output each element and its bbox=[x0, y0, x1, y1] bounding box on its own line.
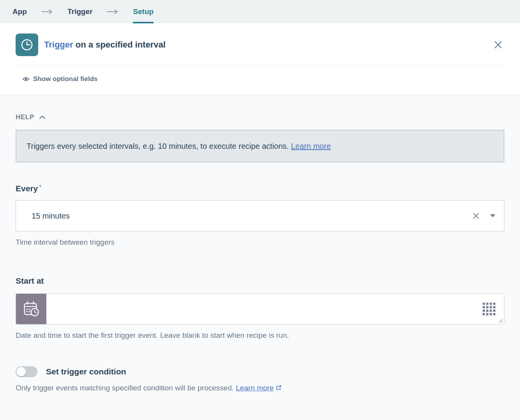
help-learn-more-link[interactable]: Learn more bbox=[291, 142, 331, 150]
arrow-right-icon bbox=[107, 9, 119, 14]
start-at-input[interactable] bbox=[46, 294, 504, 324]
trigger-clock-icon bbox=[16, 34, 38, 56]
trigger-header-row: Trigger on a specified interval bbox=[0, 23, 520, 65]
trigger-condition-helper: Only trigger events matching specified c… bbox=[16, 384, 504, 392]
calendar-clock-icon bbox=[22, 300, 40, 318]
trigger-condition-helper-text: Only trigger events matching specified c… bbox=[16, 384, 236, 392]
eye-icon bbox=[22, 76, 30, 82]
show-optional-fields-label: Show optional fields bbox=[33, 75, 97, 83]
condition-learn-more-link[interactable]: Learn more bbox=[236, 384, 274, 392]
chevron-up-icon bbox=[39, 115, 46, 119]
page-title: Trigger on a specified interval bbox=[44, 40, 166, 50]
trigger-setup-form: HELP Triggers every selected intervals, … bbox=[0, 113, 520, 392]
external-link-icon bbox=[276, 385, 281, 391]
trigger-title-rest: on a specified interval bbox=[73, 40, 166, 49]
every-label-text: Every bbox=[16, 184, 38, 193]
chevron-down-icon[interactable] bbox=[490, 214, 495, 217]
grid-icon bbox=[483, 303, 495, 316]
clear-x-icon bbox=[472, 212, 480, 220]
breadcrumb: App Trigger Setup bbox=[0, 0, 520, 23]
interval-select[interactable]: 15 minutes bbox=[16, 200, 504, 231]
breadcrumb-item-trigger[interactable]: Trigger bbox=[67, 0, 92, 23]
datapill-picker-button[interactable] bbox=[483, 303, 495, 316]
breadcrumb-item-setup[interactable]: Setup bbox=[133, 0, 154, 23]
breadcrumb-item-app[interactable]: App bbox=[12, 0, 27, 23]
trigger-title-link[interactable]: Trigger bbox=[44, 40, 73, 49]
close-button[interactable] bbox=[492, 39, 504, 51]
toggle-knob bbox=[16, 367, 26, 376]
help-heading-label: HELP bbox=[16, 113, 34, 121]
help-callout: Triggers every selected intervals, e.g. … bbox=[16, 130, 504, 162]
datetime-picker-button[interactable] bbox=[16, 294, 46, 324]
start-at-helper-text: Date and time to start the first trigger… bbox=[16, 331, 504, 340]
close-icon bbox=[493, 40, 503, 49]
start-at-field bbox=[16, 293, 504, 325]
interval-select-value: 15 minutes bbox=[32, 212, 70, 221]
arrow-right-icon bbox=[41, 9, 53, 14]
help-text: Triggers every selected intervals, e.g. … bbox=[27, 142, 291, 150]
set-trigger-condition-toggle[interactable] bbox=[16, 366, 37, 377]
trigger-condition-row: Set trigger condition bbox=[16, 366, 504, 377]
help-section-toggle[interactable]: HELP bbox=[16, 113, 46, 121]
set-trigger-condition-label: Set trigger condition bbox=[46, 367, 126, 376]
every-field-label: Every* bbox=[16, 184, 504, 193]
clear-selection-button[interactable] bbox=[470, 210, 481, 221]
interval-helper-text: Time interval between triggers bbox=[16, 238, 504, 247]
show-optional-fields-button[interactable]: Show optional fields bbox=[0, 66, 113, 95]
required-asterisk: * bbox=[39, 184, 42, 191]
start-at-field-label: Start at bbox=[16, 276, 504, 286]
resize-handle[interactable] bbox=[498, 318, 503, 323]
trigger-header-card: Trigger on a specified interval Show opt… bbox=[0, 23, 520, 95]
